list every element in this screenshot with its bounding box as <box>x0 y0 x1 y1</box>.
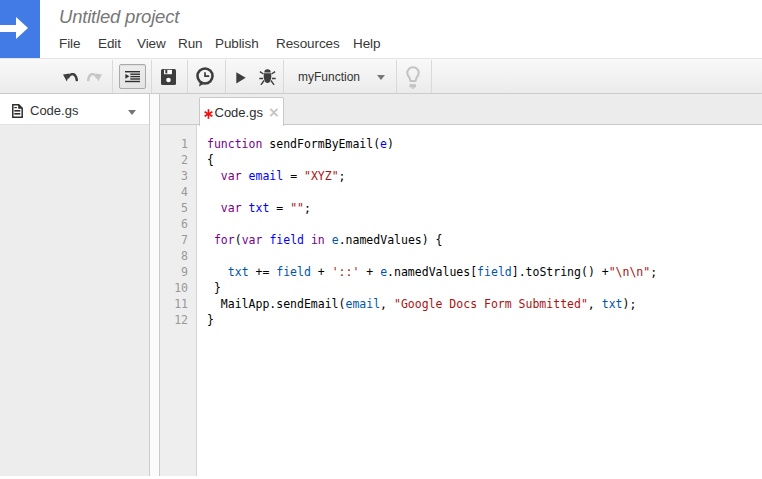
red-asterisk-shape <box>204 109 213 119</box>
toolbar-separator <box>225 60 226 93</box>
clock-bubble-shape <box>196 67 214 87</box>
toolbar-separator <box>431 60 432 93</box>
toolbar-separator <box>187 60 188 93</box>
editor-area: Code.gs × 123456789101112 function sendF… <box>160 94 762 476</box>
toolbar-separator <box>396 60 397 93</box>
function-select-value: myFunction <box>298 70 360 84</box>
save-icon[interactable] <box>161 69 176 85</box>
line-number: 4 <box>160 184 196 200</box>
code-pane: 123456789101112 function sendFormByEmail… <box>160 125 762 476</box>
menu-resources[interactable]: Resources <box>276 36 340 51</box>
unsaved-changes-icon <box>204 109 213 119</box>
indent-icon <box>125 71 140 83</box>
file-menu-caret-icon[interactable] <box>128 110 136 115</box>
line-number: 10 <box>160 280 196 296</box>
apps-script-editor-window: Untitled project FileEditViewRunPublishR… <box>0 0 762 479</box>
code-line <box>207 184 762 200</box>
floppy-disk-shape <box>161 69 176 85</box>
files-sidebar: Code.gs <box>0 94 150 476</box>
line-number: 11 <box>160 296 196 312</box>
code-line: function sendFormByEmail(e) <box>207 136 762 152</box>
code-line: var email = "XYZ"; <box>207 168 762 184</box>
code-line: var txt = ""; <box>207 200 762 216</box>
play-triangle-shape <box>236 72 246 84</box>
code-editor[interactable]: function sendFormByEmail(e){ var email =… <box>197 125 762 476</box>
menu-edit[interactable]: Edit <box>98 36 121 51</box>
line-number: 6 <box>160 216 196 232</box>
tab-title: Code.gs <box>215 105 263 120</box>
main-area: Code.gs Code <box>0 94 762 476</box>
tab-close-icon[interactable]: × <box>268 104 280 120</box>
redo-arrow-shape <box>87 73 102 82</box>
sidebar-file-label: Code.gs <box>30 103 78 118</box>
code-line: MailApp.sendEmail(email, "Google Docs Fo… <box>207 296 762 312</box>
hint-lightbulb-icon[interactable] <box>406 66 420 89</box>
undo-arrow-shape <box>63 73 78 82</box>
code-line <box>207 248 762 264</box>
menu-help[interactable]: Help <box>353 36 380 51</box>
line-number: 3 <box>160 168 196 184</box>
project-title[interactable]: Untitled project <box>59 6 179 28</box>
line-number: 5 <box>160 200 196 216</box>
file-icon <box>12 104 23 118</box>
undo-icon[interactable] <box>63 73 78 82</box>
code-line: for(var field in e.namedValues) { <box>207 232 762 248</box>
logo-arrow-bar <box>0 25 17 32</box>
code-line: } <box>207 280 762 296</box>
menu-file[interactable]: File <box>59 36 80 51</box>
indent-button[interactable] <box>119 64 146 89</box>
debug-icon[interactable] <box>259 67 276 85</box>
run-icon[interactable] <box>236 72 246 84</box>
sidebar-splitter[interactable] <box>150 94 160 476</box>
execution-history-icon[interactable] <box>196 67 214 87</box>
menu-publish[interactable]: Publish <box>215 36 259 51</box>
line-number: 9 <box>160 264 196 280</box>
line-number: 8 <box>160 248 196 264</box>
menu-view[interactable]: View <box>137 36 166 51</box>
code-line: txt += field + '::' + e.namedValues[fiel… <box>207 264 762 280</box>
lightbulb-shape <box>406 66 420 89</box>
tab-code-gs[interactable]: Code.gs × <box>199 97 284 126</box>
function-select[interactable]: myFunction <box>284 60 396 93</box>
code-line: } <box>207 312 762 328</box>
menubar: FileEditViewRunPublishResourcesHelp <box>0 36 762 52</box>
line-number: 1 <box>160 136 196 152</box>
header: Untitled project FileEditViewRunPublishR… <box>0 0 762 58</box>
line-number: 7 <box>160 232 196 248</box>
menu-run[interactable]: Run <box>178 36 202 51</box>
line-number: 12 <box>160 312 196 328</box>
code-line <box>207 216 762 232</box>
bug-shape <box>259 67 276 85</box>
toolbar: myFunction <box>0 58 762 94</box>
toolbar-separator <box>151 60 152 93</box>
sidebar-file-code-gs[interactable]: Code.gs <box>0 94 149 125</box>
line-number: 2 <box>160 152 196 168</box>
line-number-gutter: 123456789101112 <box>160 125 197 476</box>
redo-icon[interactable] <box>87 73 102 82</box>
chevron-down-icon <box>377 75 385 80</box>
code-line: { <box>207 152 762 168</box>
tab-bar: Code.gs × <box>160 94 762 125</box>
toolbar-separator <box>112 60 113 93</box>
